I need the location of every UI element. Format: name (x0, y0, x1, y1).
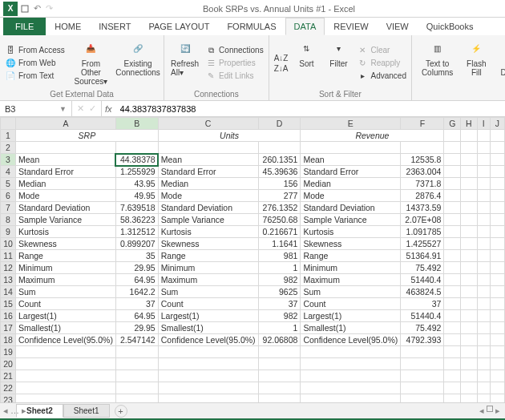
cell-A6[interactable]: Mode (16, 190, 116, 202)
cell-E17[interactable]: Smallest(1) (301, 322, 401, 334)
row-header-2[interactable]: 2 (1, 142, 16, 154)
from-other-sources-button[interactable]: 📥From Other Sources▾ (68, 37, 114, 89)
cell-B4[interactable]: 1.255929 (115, 166, 158, 178)
spreadsheet-grid[interactable]: ABCDEFGHIJ1SRPUnitsRevenue23Mean44.38378… (0, 117, 505, 402)
cell-D4[interactable]: 45.39636 (258, 166, 301, 178)
row-header-16[interactable]: 16 (1, 310, 16, 322)
row-header-1[interactable]: 1 (1, 130, 16, 142)
cell-B3[interactable]: 44.38378 (115, 154, 158, 166)
select-all-corner[interactable] (1, 118, 16, 130)
cell-F6[interactable]: 2876.4 (401, 190, 444, 202)
cell-B6[interactable]: 49.95 (115, 190, 158, 202)
from-text-button[interactable]: 📄From Text (3, 70, 67, 83)
cell-F11[interactable]: 51364.91 (401, 250, 444, 262)
cell-B13[interactable]: 64.95 (115, 274, 158, 286)
col-header-B[interactable]: B (115, 118, 158, 130)
row-header-11[interactable]: 11 (1, 250, 16, 262)
formula-input[interactable] (115, 101, 505, 116)
cell-D14[interactable]: 9625 (258, 286, 301, 298)
cell-D13[interactable]: 982 (258, 274, 301, 286)
cancel-icon[interactable]: ✕ (77, 103, 84, 114)
cell-A11[interactable]: Range (16, 250, 116, 262)
cell-C4[interactable]: Standard Error (158, 166, 258, 178)
cell-D12[interactable]: 1 (258, 262, 301, 274)
cell-C11[interactable]: Range (158, 250, 258, 262)
sort-za-button[interactable]: Z↓A (273, 63, 290, 74)
sheet-tab-other[interactable]: Sheet1 (63, 404, 110, 418)
cell-E15[interactable]: Count (301, 298, 401, 310)
cell-C3[interactable]: Mean (158, 154, 258, 166)
cell-B15[interactable]: 37 (115, 298, 158, 310)
cell-A18[interactable]: Confidence Level(95.0%) (16, 334, 116, 346)
cell-D16[interactable]: 982 (258, 310, 301, 322)
sheet-nav[interactable]: ◂ … ▸ (3, 406, 26, 416)
cell-A15[interactable]: Count (16, 298, 116, 310)
cell-E10[interactable]: Skewness (301, 238, 401, 250)
row-header-7[interactable]: 7 (1, 202, 16, 214)
cell-E16[interactable]: Largest(1) (301, 310, 401, 322)
col-header-C[interactable]: C (158, 118, 258, 130)
cell-A5[interactable]: Median (16, 178, 116, 190)
cell-D5[interactable]: 156 (258, 178, 301, 190)
cell-E4[interactable]: Standard Error (301, 166, 401, 178)
cell-A10[interactable]: Skewness (16, 238, 116, 250)
cell-E11[interactable]: Range (301, 250, 401, 262)
cell-B16[interactable]: 64.95 (115, 310, 158, 322)
cell-F10[interactable]: 1.425527 (401, 238, 444, 250)
cell-D9[interactable]: 0.216671 (258, 226, 301, 238)
cell-A13[interactable]: Maximum (16, 274, 116, 286)
text-to-columns-button[interactable]: ▥Text to Columns (415, 37, 459, 89)
cell-E7[interactable]: Standard Deviation (301, 202, 401, 214)
cell-E3[interactable]: Mean (301, 154, 401, 166)
cell-D3[interactable]: 260.1351 (258, 154, 301, 166)
col-header-J[interactable]: J (490, 118, 504, 130)
cell-F16[interactable]: 51440.4 (401, 310, 444, 322)
cell-F3[interactable]: 12535.8 (401, 154, 444, 166)
save-icon[interactable] (21, 5, 29, 13)
enter-icon[interactable]: ✓ (89, 103, 96, 114)
cell-D18[interactable]: 92.06808 (258, 334, 301, 346)
cell-A12[interactable]: Minimum (16, 262, 116, 274)
col-header-A[interactable]: A (16, 118, 116, 130)
cell-B12[interactable]: 29.95 (115, 262, 158, 274)
undo-icon[interactable]: ↶ (34, 3, 41, 14)
cell-C14[interactable]: Sum (158, 286, 258, 298)
col-header-D[interactable]: D (258, 118, 301, 130)
cell-F7[interactable]: 14373.59 (401, 202, 444, 214)
cell-A4[interactable]: Standard Error (16, 166, 116, 178)
tab-page-layout[interactable]: PAGE LAYOUT (139, 18, 218, 35)
row-header-14[interactable]: 14 (1, 286, 16, 298)
cell-C8[interactable]: Sample Variance (158, 214, 258, 226)
advanced-filter-button[interactable]: ▸Advanced (355, 70, 407, 83)
sheet-scroll[interactable]: ◂▸ (479, 406, 500, 416)
cell-A7[interactable]: Standard Deviation (16, 202, 116, 214)
row-header-15[interactable]: 15 (1, 298, 16, 310)
cell-F13[interactable]: 51440.4 (401, 274, 444, 286)
cell-F17[interactable]: 75.492 (401, 322, 444, 334)
tab-insert[interactable]: INSERT (90, 18, 139, 35)
tab-formulas[interactable]: FORMULAS (218, 18, 285, 35)
cell-A17[interactable]: Smallest(1) (16, 322, 116, 334)
cell-A14[interactable]: Sum (16, 286, 116, 298)
col-header-G[interactable]: G (444, 118, 461, 130)
tab-review[interactable]: REVIEW (325, 18, 377, 35)
refresh-all-button[interactable]: 🔄Refresh All▾ (168, 37, 202, 89)
flash-fill-button[interactable]: ⚡Flash Fill (461, 37, 491, 89)
sort-az-button[interactable]: A↓Z (273, 53, 290, 63)
from-web-button[interactable]: 🌐From Web (3, 57, 67, 70)
cell-C16[interactable]: Largest(1) (158, 310, 258, 322)
tab-file[interactable]: FILE (3, 18, 46, 35)
cell-C6[interactable]: Mode (158, 190, 258, 202)
cell-C17[interactable]: Smallest(1) (158, 322, 258, 334)
row-header-23[interactable]: 23 (1, 394, 16, 403)
cell-A8[interactable]: Sample Variance (16, 214, 116, 226)
name-box[interactable]: B3 ▼ (0, 101, 72, 116)
cell-D6[interactable]: 277 (258, 190, 301, 202)
cell-D8[interactable]: 76250.68 (258, 214, 301, 226)
cell-D10[interactable]: 1.1641 (258, 238, 301, 250)
cell-A9[interactable]: Kurtosis (16, 226, 116, 238)
cell-C10[interactable]: Skewness (158, 238, 258, 250)
cell-E8[interactable]: Sample Variance (301, 214, 401, 226)
row-header-20[interactable]: 20 (1, 358, 16, 370)
cell-C12[interactable]: Minimum (158, 262, 258, 274)
